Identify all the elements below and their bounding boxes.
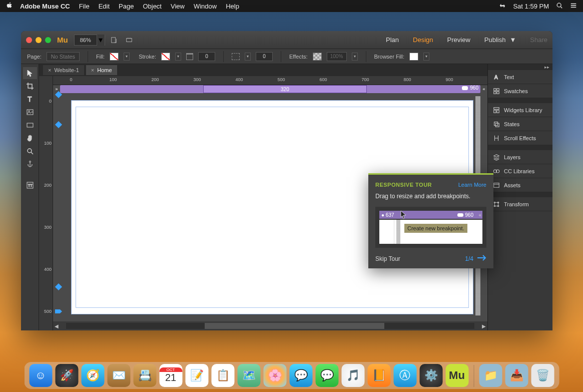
sync-icon[interactable] xyxy=(499,2,506,11)
text-format-tool[interactable]: TT xyxy=(23,179,37,191)
stroke-swatch[interactable] xyxy=(161,53,170,61)
close-icon[interactable]: × xyxy=(48,67,51,73)
guide-handle[interactable] xyxy=(55,309,62,313)
dock-mail-icon[interactable]: ✉️ xyxy=(107,364,130,387)
panel-cc-libraries[interactable]: CC Libraries xyxy=(488,164,552,178)
chevron-down-icon[interactable]: ▾ xyxy=(124,53,130,61)
dock-appstore-icon[interactable]: Ⓐ xyxy=(393,364,416,387)
next-arrow-icon[interactable] xyxy=(477,255,486,262)
panel-text[interactable]: AText xyxy=(488,70,552,84)
panel-scroll-effects[interactable]: Scroll Effects xyxy=(488,131,552,145)
effects-opacity[interactable] xyxy=(327,52,347,61)
mode-design[interactable]: Design xyxy=(413,36,433,44)
stroke-weight-icon[interactable] xyxy=(186,53,193,60)
crop-tool[interactable] xyxy=(23,80,37,92)
dock-preferences-icon[interactable]: ⚙️ xyxy=(419,364,442,387)
dock-downloads-icon[interactable]: 📥 xyxy=(505,364,528,387)
dock-finder-icon[interactable]: ☺ xyxy=(29,364,52,387)
minimize-button[interactable] xyxy=(36,37,42,43)
dock-photos-icon[interactable]: 🌸 xyxy=(263,364,286,387)
dock-reminders-icon[interactable]: 📋 xyxy=(211,364,234,387)
rectangle-tool[interactable] xyxy=(23,119,37,131)
arrange-icon[interactable] xyxy=(123,35,135,45)
fill-swatch[interactable] xyxy=(110,53,119,61)
skip-tour-link[interactable]: Skip Tour xyxy=(375,255,400,262)
text-tool[interactable]: T xyxy=(23,93,37,105)
svg-rect-7 xyxy=(27,123,33,127)
new-doc-icon[interactable] xyxy=(108,35,120,45)
mode-plan[interactable]: Plan xyxy=(386,36,399,44)
scroll-thumb[interactable] xyxy=(205,323,384,329)
menu-view[interactable]: View xyxy=(171,3,185,10)
chevron-left-icon[interactable]: « xyxy=(481,85,486,93)
menu-object[interactable]: Object xyxy=(143,3,162,10)
guide-handle[interactable] xyxy=(55,283,62,290)
menu-edit[interactable]: Edit xyxy=(99,3,110,10)
zoom-selector[interactable]: ▾ xyxy=(74,35,105,46)
image-tool[interactable] xyxy=(23,106,37,118)
spotlight-icon[interactable] xyxy=(556,2,563,11)
scroll-right-icon[interactable]: ▶ xyxy=(480,323,487,329)
apple-icon[interactable] xyxy=(6,2,13,11)
dock-safari-icon[interactable]: 🧭 xyxy=(81,364,104,387)
mode-preview[interactable]: Preview xyxy=(447,36,470,44)
corner-radius-input[interactable] xyxy=(256,52,273,61)
dock-notes-icon[interactable]: 📝 xyxy=(185,364,208,387)
dock-maps-icon[interactable]: 🗺️ xyxy=(237,364,260,387)
chevron-down-icon[interactable]: ▾ xyxy=(175,53,181,61)
dock-apps-folder-icon[interactable]: 📁 xyxy=(479,364,502,387)
anchor-tool[interactable] xyxy=(23,158,37,170)
menu-window[interactable]: Window xyxy=(194,3,217,10)
menu-icon[interactable] xyxy=(570,2,577,11)
tab-label: Website-1 xyxy=(54,67,79,73)
panel-layers[interactable]: Layers xyxy=(488,150,552,164)
svg-point-10 xyxy=(29,161,31,163)
breakpoint-960[interactable]: 960 xyxy=(462,85,478,91)
hand-tool[interactable] xyxy=(23,132,37,144)
menu-page[interactable]: Page xyxy=(119,3,134,10)
dock-messages-icon[interactable]: 💬 xyxy=(289,364,312,387)
effects-swatch[interactable] xyxy=(313,53,322,61)
panel-states[interactable]: States xyxy=(488,117,552,131)
stroke-weight-input[interactable] xyxy=(198,52,215,61)
dock-muse-icon[interactable]: Mu xyxy=(445,364,468,387)
chevron-down-icon[interactable]: ▾ xyxy=(97,35,105,46)
horizontal-scrollbar[interactable]: ◀ ▶ xyxy=(53,321,487,330)
tab-home[interactable]: ×Home xyxy=(86,65,117,75)
options-bar: Page: No States Fill: ▾ Stroke: ▾ ▾ Effe… xyxy=(21,49,552,64)
menu-help[interactable]: Help xyxy=(226,3,239,10)
chevron-down-icon[interactable]: ▾ xyxy=(423,53,429,61)
breakpoint-320[interactable]: 320 xyxy=(203,85,367,93)
dock-ibooks-icon[interactable]: 📙 xyxy=(367,364,390,387)
panel-transform[interactable]: Transform xyxy=(488,197,552,211)
mode-publish[interactable]: Publish xyxy=(484,36,506,44)
close-icon[interactable]: × xyxy=(91,67,94,73)
browser-fill-swatch[interactable] xyxy=(409,53,418,61)
dock-trash-icon[interactable]: 🗑️ xyxy=(531,364,554,387)
breakpoint-bar[interactable]: » 320 960 « xyxy=(60,85,480,94)
scroll-left-icon[interactable]: ◀ xyxy=(53,323,60,329)
panel-widgets[interactable]: Widgets Library xyxy=(488,103,552,117)
guide-handle[interactable] xyxy=(55,121,62,128)
panel-collapse-icon[interactable]: ▸▸ xyxy=(488,64,552,70)
menu-file[interactable]: File xyxy=(79,3,90,10)
page-states-select[interactable]: No States xyxy=(47,52,80,61)
dock-launchpad-icon[interactable]: 🚀 xyxy=(55,364,78,387)
tab-website1[interactable]: ×Website-1 xyxy=(43,65,84,75)
zoom-value[interactable] xyxy=(75,37,97,43)
dock-calendar-icon[interactable]: OCT21 xyxy=(159,364,182,387)
chevron-down-icon[interactable]: ▾ xyxy=(352,53,358,61)
zoom-tool[interactable] xyxy=(23,145,37,157)
corner-icon[interactable] xyxy=(232,53,240,60)
dock-contacts-icon[interactable]: 📇 xyxy=(133,364,156,387)
chevron-down-icon[interactable]: ▼ xyxy=(509,36,516,44)
chevron-down-icon[interactable]: ▾ xyxy=(245,53,251,61)
panel-swatches[interactable]: Swatches xyxy=(488,84,552,98)
panel-assets[interactable]: Assets xyxy=(488,178,552,192)
zoom-button[interactable] xyxy=(45,37,51,43)
selection-tool[interactable] xyxy=(23,67,37,79)
learn-more-link[interactable]: Learn More xyxy=(458,182,486,188)
close-button[interactable] xyxy=(26,37,32,43)
dock-itunes-icon[interactable]: 🎵 xyxy=(341,364,364,387)
dock-facetime-icon[interactable]: 💬 xyxy=(315,364,338,387)
